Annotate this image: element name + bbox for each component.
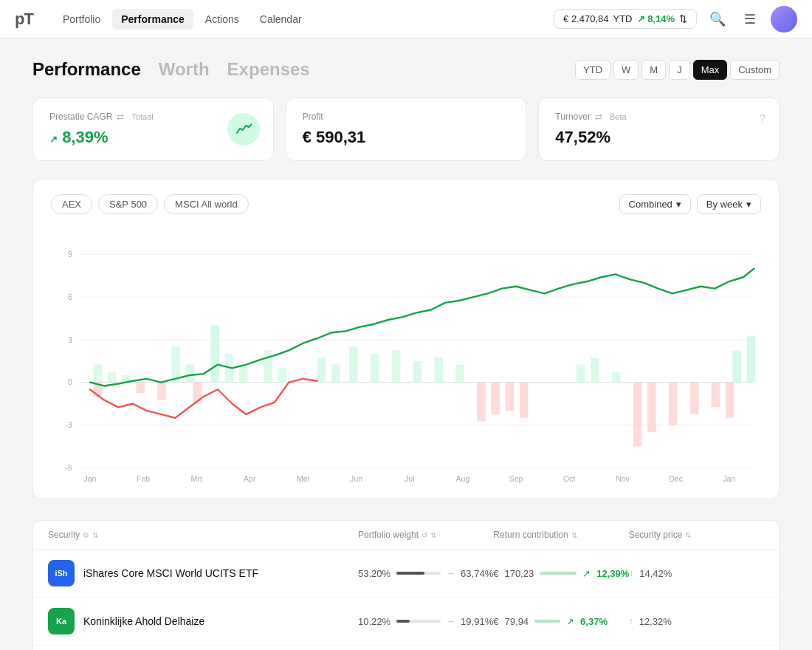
nav-performance[interactable]: Performance [112,9,193,30]
main-content: Performance Worth Expenses YTD W M J Max… [0,38,812,650]
svg-rect-29 [186,365,195,383]
arrow-right-2: → [447,617,455,626]
ret-bar-1 [540,572,577,575]
stat-label-profit: Profit [303,112,510,122]
arrow-right-1: → [447,569,455,578]
svg-text:Jun: Jun [350,474,362,483]
time-j[interactable]: J [669,60,690,80]
svg-rect-33 [264,350,273,382]
chevron-down-icon: ▾ [676,199,681,210]
tab-worth[interactable]: Worth [159,59,210,80]
svg-text:3: 3 [68,335,72,344]
svg-text:0: 0 [68,377,72,386]
nav-links: Portfolio Performance Actions Calendar [54,9,554,30]
time-max[interactable]: Max [693,60,728,80]
arrow-up-2: ↗ [566,616,574,627]
svg-rect-61 [726,383,734,418]
stat-value-cagr: ↗ 8,39% [49,128,257,147]
th-security[interactable]: Security ⚙ ⇅ [48,530,358,540]
filter-msci[interactable]: MSCI All world [164,194,249,214]
chart-filters: AEX S&P 500 MSCI All world [51,194,249,214]
th-return-contribution[interactable]: Return contribution ⇅ [493,530,628,540]
table-row: iSh iShares Core MSCI World UCITS ETF 53… [33,550,779,598]
svg-text:Oct: Oct [563,474,576,483]
time-custom[interactable]: Custom [730,60,780,80]
svg-rect-47 [747,336,756,383]
trend-icon-2: ↑ [629,616,633,626]
security-cell-1: iSh iShares Core MSCI World UCITS ETF [48,560,358,586]
time-w[interactable]: W [613,60,639,80]
svg-rect-39 [392,350,401,382]
nav-portfolio[interactable]: Portfolio [54,9,109,30]
svg-rect-55 [520,383,529,418]
menu-icon[interactable]: ☰ [738,7,762,31]
th-portfolio-weight[interactable]: Portfolio weight ↺ ⇅ [358,530,493,540]
chevron-up-down-icon: ⇅ [679,13,687,24]
sort-arrows-weight: ⇅ [430,531,436,539]
svg-rect-40 [413,361,422,383]
sort-icon-security: ⚙ [83,531,89,539]
weight-bar-2 [396,620,441,623]
stat-card-profit: Profit € 590,31 [286,98,527,161]
search-icon[interactable]: 🔍 [706,7,729,31]
price-cell-1: ↑ 14,42% [629,568,764,579]
ret-pct-1: 12,39% [596,568,629,579]
help-icon[interactable]: ? [760,112,765,124]
svg-rect-57 [647,383,656,432]
tab-performance[interactable]: Performance [32,59,141,80]
nav-calendar[interactable]: Calendar [251,9,311,30]
svg-rect-46 [733,350,742,382]
svg-text:Nov: Nov [616,474,630,483]
time-m[interactable]: M [641,60,666,80]
table-header: Security ⚙ ⇅ Portfolio weight ↺ ⇅ Return… [33,521,779,550]
avatar[interactable] [771,6,797,32]
svg-text:6: 6 [68,292,72,301]
weight-bar-1 [396,572,441,575]
weight-cell-2: 10,22% → 19,91% [358,616,493,627]
dropdown-combined[interactable]: Combined ▾ [619,194,691,214]
dropdown-by-week[interactable]: By week ▾ [697,194,761,214]
svg-rect-32 [239,365,248,383]
svg-rect-60 [712,383,720,408]
svg-text:-6: -6 [65,463,72,472]
svg-text:9: 9 [68,250,72,259]
securities-table: Security ⚙ ⇅ Portfolio weight ↺ ⇅ Return… [32,520,780,650]
tab-expenses[interactable]: Expenses [227,59,310,80]
trend-icon-1: ↑ [629,568,633,578]
svg-text:Jan: Jan [83,474,96,483]
svg-rect-45 [612,372,621,382]
arrow-up-1: ↗ [582,568,591,579]
table-row: Ka Koninklijke Ahold Delhaize 10,22% → 1… [33,598,779,646]
filter-sp500[interactable]: S&P 500 [98,194,158,214]
svg-text:Dec: Dec [669,474,684,483]
svg-text:Aug: Aug [456,474,470,483]
svg-rect-53 [491,383,500,414]
svg-text:-3: -3 [65,420,72,429]
chart-area: AEX S&P 500 MSCI All world Combined ▾ By… [32,179,780,499]
refresh-icon: ↺ [422,531,427,539]
svg-text:Apr: Apr [244,474,256,483]
svg-rect-38 [371,354,379,382]
svg-rect-52 [477,383,486,422]
filter-aex[interactable]: AEX [51,194,92,214]
security-logo-2: Ka [48,608,75,634]
return-cell-2: € 79,94 ↗ 6,37% [493,616,628,627]
time-ytd[interactable]: YTD [575,60,610,80]
ytd-pct: ↗ 8,14% [637,13,675,24]
chart-dropdowns: Combined ▾ By week ▾ [619,194,761,214]
svg-rect-26 [108,372,117,382]
nav-actions[interactable]: Actions [196,9,248,30]
sort-arrows-security: ⇅ [92,531,98,539]
stat-value-turnover: 47,52% [555,128,763,147]
balance-pill[interactable]: € 2.470,84 YTD ↗ 8,14% ⇅ [554,9,697,29]
stat-card-cagr: Prestatie CAGR ⇄ Totaal ↗ 8,39% [32,98,274,161]
svg-rect-43 [577,365,585,383]
svg-rect-25 [94,365,103,383]
sort-arrows-price: ⇅ [685,531,691,539]
performance-chart: 9 6 3 0 -3 -6 Jan Feb Mrt Apr Mei Jun Ju… [51,226,761,482]
stat-cards: Prestatie CAGR ⇄ Totaal ↗ 8,39% Profit €… [32,98,780,161]
th-security-price[interactable]: Security price ⇅ [629,530,764,540]
time-filters: YTD W M J Max Custom [575,60,780,80]
ret-pct-2: 6,37% [580,616,608,627]
stat-value-profit: € 590,31 [303,128,510,147]
